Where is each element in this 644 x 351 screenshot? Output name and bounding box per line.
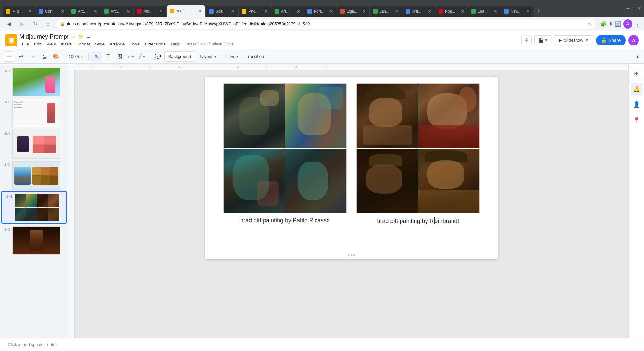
reload-button[interactable]: ↻: [30, 19, 40, 29]
slide-canvas[interactable]: brad pitt painting by Pablo Picasso: [205, 77, 498, 259]
tab-4[interactable]: ArtS... ✕: [101, 6, 133, 17]
sync-icon[interactable]: 🔄: [615, 21, 621, 27]
menu-insert[interactable]: Insert: [58, 41, 74, 47]
tab-3[interactable]: ArtS... ✕: [68, 6, 101, 17]
tab-12-close[interactable]: ✕: [395, 9, 399, 14]
tab-10-close[interactable]: ✕: [329, 9, 333, 14]
tab-11[interactable]: Ligh... ✕: [337, 6, 369, 17]
rembrandt-image-grid[interactable]: [356, 83, 480, 213]
slide-item-167[interactable]: 167: [0, 66, 68, 98]
tab-14[interactable]: Pop... ✕: [435, 6, 468, 17]
menu-format[interactable]: Format: [74, 41, 93, 47]
tab-15[interactable]: Lea... ✕: [468, 6, 501, 17]
star-icon[interactable]: ☆: [588, 21, 592, 27]
share-btn[interactable]: 🔒 Share: [596, 35, 626, 46]
tab-10[interactable]: Port... ✕: [304, 6, 337, 17]
redo-btn[interactable]: ↪: [27, 51, 38, 62]
new-tab-button[interactable]: +: [534, 6, 543, 16]
menu-extensions[interactable]: Extensions: [142, 41, 168, 47]
print-btn[interactable]: 🖨: [39, 51, 49, 62]
zoom-minus-icon[interactable]: −: [65, 54, 68, 59]
slide-item-168[interactable]: 168 Free styletext heremore text: [0, 98, 68, 129]
tab-3-close[interactable]: ✕: [93, 9, 97, 14]
tab-8[interactable]: Pho... ✕: [239, 6, 271, 17]
sidebar-expand-btn[interactable]: ⊞: [631, 68, 642, 79]
menu-tools[interactable]: Tools: [127, 41, 142, 47]
speaker-notes[interactable]: Click to add speaker notes: [0, 338, 644, 351]
sidebar-notification-btn[interactable]: 🔔: [631, 83, 642, 95]
tab-9[interactable]: Art... ✕: [271, 6, 304, 17]
sidebar-maps-btn[interactable]: 📍: [631, 114, 642, 126]
menu-arrange[interactable]: Arrange: [107, 41, 127, 47]
tab-12[interactable]: Lan... ✕: [370, 6, 402, 17]
tab-5-close[interactable]: ✕: [159, 9, 163, 14]
tab-11-close[interactable]: ✕: [362, 9, 366, 14]
add-element-btn[interactable]: +: [4, 51, 14, 62]
forward-button[interactable]: ▶: [17, 19, 27, 29]
tab-7-close[interactable]: ✕: [231, 9, 235, 14]
background-btn[interactable]: Background: [164, 51, 195, 62]
tab-2[interactable]: Con... ✕: [35, 6, 68, 17]
slide-item-172[interactable]: 172: [0, 225, 68, 256]
tab-4-close[interactable]: ✕: [126, 9, 130, 14]
menu-file[interactable]: File: [19, 41, 31, 47]
tab-16-close[interactable]: ✕: [526, 9, 530, 14]
tab-2-close[interactable]: ✕: [61, 9, 65, 14]
downloads-icon[interactable]: ⬇: [609, 21, 613, 27]
tab-5[interactable]: Pin... ✕: [134, 6, 166, 17]
picasso-caption[interactable]: brad pitt painting by Pablo Picasso: [240, 217, 330, 224]
rembrandt-caption[interactable]: brad pitt painting by Rembrandt: [377, 217, 459, 225]
menu-help[interactable]: Help: [168, 41, 182, 47]
comment-btn[interactable]: 💬: [153, 51, 163, 62]
layout-toggle-icon[interactable]: ⊞: [521, 35, 532, 46]
tab-13-close[interactable]: ✕: [428, 9, 432, 14]
move-icon[interactable]: 📁: [78, 34, 83, 39]
tab-14-close[interactable]: ✕: [461, 9, 464, 14]
address-bar[interactable]: 🔒 docs.google.com/presentation/d/1wugxrc…: [56, 19, 596, 29]
tab-6-active[interactable]: Midj... ✕: [167, 5, 205, 17]
transition-btn[interactable]: Transition: [242, 51, 267, 62]
cloud-icon[interactable]: ☁: [86, 34, 91, 39]
zoom-select[interactable]: − 100% +: [62, 51, 86, 62]
collapse-toolbar-btn[interactable]: ▲: [635, 54, 640, 59]
tab-8-close[interactable]: ✕: [264, 9, 268, 14]
present-mode-btn[interactable]: 🎬 ▼: [534, 35, 551, 45]
line-btn[interactable]: ╱ ▼: [137, 51, 147, 62]
tab-9-close[interactable]: ✕: [297, 9, 301, 14]
layout-btn[interactable]: Layout ▼: [196, 51, 220, 62]
back-button[interactable]: ◀: [4, 19, 14, 29]
picasso-image-grid[interactable]: [223, 83, 347, 213]
tab-15-close[interactable]: ✕: [493, 9, 497, 14]
tab-16[interactable]: New... ✕: [501, 6, 533, 17]
extensions-icon[interactable]: 🧩: [600, 21, 607, 27]
theme-btn[interactable]: Theme: [221, 51, 241, 62]
user-avatar[interactable]: A: [628, 35, 639, 46]
image-btn[interactable]: 🖼: [115, 51, 125, 62]
sidebar-contacts-btn[interactable]: 👤: [631, 99, 642, 110]
paint-format-btn[interactable]: 🎨: [51, 51, 61, 62]
more-options-icon[interactable]: ⋮: [634, 20, 640, 28]
profile-avatar[interactable]: A: [623, 20, 632, 29]
shapes-btn[interactable]: ○ ▼: [126, 51, 136, 62]
tab-1-close[interactable]: ✕: [28, 9, 32, 14]
menu-view[interactable]: View: [44, 41, 58, 47]
home-button[interactable]: ⌂: [43, 19, 53, 29]
menu-slide[interactable]: Slide: [93, 41, 107, 47]
slide-item-170[interactable]: 170: [0, 160, 68, 191]
tab-1[interactable]: Midj... ✕: [3, 6, 35, 17]
close-icon[interactable]: ✕: [638, 6, 641, 11]
minimize-icon[interactable]: ─: [626, 6, 630, 11]
tab-13[interactable]: Arti... ✕: [402, 6, 435, 17]
tab-7[interactable]: Solu... ✕: [206, 6, 238, 17]
undo-btn[interactable]: ↩: [16, 51, 26, 62]
maximize-icon[interactable]: □: [632, 6, 635, 11]
menu-edit[interactable]: Edit: [31, 41, 44, 47]
star-bookmark-icon[interactable]: ☆: [71, 34, 75, 39]
select-tool-btn[interactable]: ↖: [91, 51, 102, 62]
slideshow-btn[interactable]: ▶ Slideshow ▼: [554, 35, 593, 45]
slide-item-171[interactable]: 171: [1, 191, 67, 224]
tab-6-close[interactable]: ✕: [198, 8, 202, 14]
text-box-btn[interactable]: T: [103, 51, 113, 62]
zoom-plus-icon[interactable]: +: [80, 54, 83, 59]
slide-item-169[interactable]: 169: [0, 129, 68, 160]
